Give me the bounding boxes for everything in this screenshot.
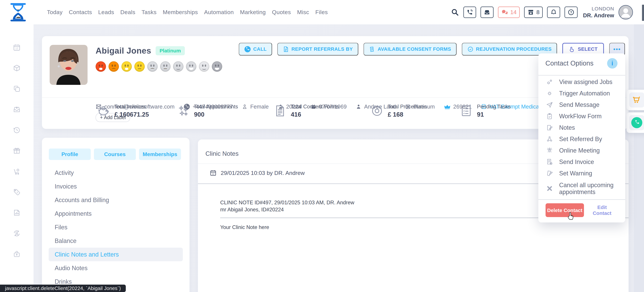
nav-automation[interactable]: Automation: [204, 9, 234, 16]
copy-icon[interactable]: [13, 85, 21, 93]
svg-text:12: 12: [15, 47, 18, 50]
crown-icon: [444, 103, 451, 110]
scrollbar-thumb[interactable]: [642, 5, 644, 21]
mood-7-icon[interactable]: [173, 61, 184, 72]
chat-bubbles-icon: [501, 9, 508, 16]
section-files[interactable]: Files: [49, 220, 183, 234]
status-link-tooltip: javascript:client.deleteClient(20224, `A…: [0, 284, 126, 292]
section-appointments[interactable]: Appointments: [49, 207, 183, 220]
user-sync-icon[interactable]: [13, 229, 21, 237]
nav-deals[interactable]: Deals: [120, 9, 135, 16]
menu-trigger-automation[interactable]: Trigger Automation: [538, 88, 625, 99]
phone-float-button[interactable]: [626, 112, 644, 133]
nav-contacts[interactable]: Contacts: [69, 9, 92, 16]
nav-marketing[interactable]: Marketing: [240, 9, 266, 16]
cart-float-button[interactable]: [626, 90, 644, 110]
mood-5-icon[interactable]: [147, 61, 158, 72]
tab-profile[interactable]: Profile: [49, 149, 91, 160]
mood-10-icon[interactable]: [212, 61, 222, 72]
inbox-button[interactable]: [480, 7, 494, 18]
clipboard-check-icon: [546, 113, 553, 120]
nav-leads[interactable]: Leads: [98, 9, 114, 16]
divider: [538, 199, 625, 200]
mood-8-icon[interactable]: [186, 61, 196, 72]
menu-send-invoice[interactable]: Send Invoice: [538, 156, 625, 168]
report-referrals-button[interactable]: REPORT REFERRALS BY: [278, 43, 358, 55]
header-toolbar: 14 8 ?: [451, 0, 633, 24]
task-list-icon: [460, 104, 472, 117]
avatar[interactable]: [618, 5, 633, 20]
tab-courses[interactable]: Courses: [94, 149, 136, 160]
price-tag-icon[interactable]: $: [13, 188, 21, 196]
section-accounts-billing[interactable]: Accounts and Billing: [49, 193, 183, 207]
contact-name: Abigail Jones: [96, 46, 151, 56]
rocket-icon: [546, 147, 553, 154]
history-icon[interactable]: [13, 126, 21, 134]
cart-gear-icon[interactable]: [13, 168, 21, 175]
menu-cancel-appointments[interactable]: Cancel all upcoming appointments: [538, 179, 625, 198]
nav-memberships[interactable]: Memberships: [163, 9, 198, 16]
mood-9-icon[interactable]: [199, 61, 209, 72]
section-balance[interactable]: Balance: [49, 234, 183, 248]
menu-items: View assigned Jobs Trigger Automation Se…: [538, 76, 625, 198]
consent-form-icon: [369, 46, 375, 52]
dialer-button[interactable]: [464, 7, 476, 18]
note-entry-header[interactable]: 12 29/01/2025 10:03 by DR. Andrew: [210, 169, 305, 176]
lock-case-icon[interactable]: [13, 250, 21, 258]
edit-contact-button[interactable]: Edit Contact: [589, 203, 616, 217]
mood-3-icon[interactable]: [122, 61, 132, 72]
nav-quotes[interactable]: Quotes: [272, 9, 291, 16]
info-icon[interactable]: i: [607, 58, 618, 69]
nav-files[interactable]: Files: [315, 9, 328, 16]
tab-memberships[interactable]: Memberships: [139, 149, 181, 160]
menu-workflow-form[interactable]: WorkFlow Form: [538, 110, 625, 122]
user-block[interactable]: LONDON DR. Andrew: [583, 6, 614, 19]
package-icon[interactable]: [13, 64, 21, 72]
section-audio-notes[interactable]: Audio Notes: [49, 261, 183, 275]
contact-options-menu: Contact Options i View assigned Jobs Tri…: [538, 53, 625, 222]
report-icon[interactable]: [13, 209, 21, 217]
messages-count: 14: [510, 9, 516, 16]
stat-total-procedures: Total Procedures£ 168: [371, 104, 427, 118]
nav-misc[interactable]: Misc: [297, 9, 309, 16]
nav-tasks[interactable]: Tasks: [142, 9, 156, 16]
user-name: DR. Andrew: [583, 12, 614, 19]
menu-online-meeting[interactable]: Online Meeting: [538, 145, 625, 156]
menu-view-assigned-jobs[interactable]: View assigned Jobs: [538, 76, 625, 88]
stat-total-appointments: Total Appointments900: [177, 104, 238, 118]
contact-photo[interactable]: [50, 45, 88, 85]
inbox-down-icon[interactable]: [13, 105, 21, 113]
menu-set-referred-by[interactable]: Set Referred By: [538, 133, 625, 145]
menu-notes[interactable]: Notes: [538, 122, 625, 133]
menu-title: Contact Options: [546, 59, 594, 67]
contact-name-row: Abigail Jones Platinum: [96, 46, 185, 56]
section-activity[interactable]: Activity: [49, 166, 183, 180]
mood-4-icon[interactable]: [134, 61, 145, 72]
messages-button[interactable]: 14: [498, 7, 520, 18]
menu-send-message[interactable]: Send Message: [538, 99, 625, 110]
calendar-icon[interactable]: 12: [13, 44, 21, 51]
help-button[interactable]: ?: [564, 7, 578, 18]
delete-contact-button[interactable]: Delete Contact: [546, 203, 584, 217]
clinicsoftware-logo[interactable]: [10, 2, 26, 22]
top-header: Today Contacts Leads Deals Tasks Members…: [0, 0, 644, 24]
search-icon[interactable]: [451, 8, 459, 16]
menu-set-warning[interactable]: Set Warning: [538, 168, 625, 179]
report-doc-icon: [283, 46, 289, 52]
profile-section-list: Activity Invoices Accounts and Billing A…: [49, 166, 183, 288]
mood-6-icon[interactable]: [160, 61, 170, 72]
mood-1-icon[interactable]: [96, 61, 106, 72]
confetti-icon: [177, 104, 190, 117]
mood-2-icon[interactable]: [108, 61, 119, 72]
document-icon: [274, 104, 286, 117]
store-button[interactable]: 8: [524, 7, 543, 18]
section-clinic-notes[interactable]: Clinic Notes and Letters: [49, 248, 183, 261]
nav-today[interactable]: Today: [47, 9, 62, 16]
consent-forms-button[interactable]: AVAILABLE CONSENT FORMS: [364, 43, 456, 55]
notifications-button[interactable]: [547, 7, 560, 18]
cancel-x-icon: [546, 185, 553, 192]
profile-panel: Profile Courses Memberships Activity Inv…: [42, 138, 190, 292]
gift-icon[interactable]: [13, 147, 21, 155]
section-invoices[interactable]: Invoices: [49, 180, 183, 193]
call-button[interactable]: CALL: [239, 43, 272, 55]
